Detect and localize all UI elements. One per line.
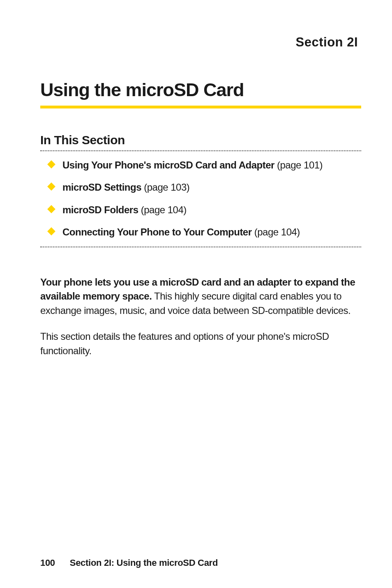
toc-item-page: (page 101) — [274, 159, 323, 171]
diamond-icon — [47, 160, 55, 168]
diamond-icon — [47, 182, 55, 191]
toc-item-title: microSD Settings — [62, 182, 141, 193]
page-footer: 100Section 2I: Using the microSD Card — [40, 558, 218, 568]
toc-item: microSD Folders (page 104) — [48, 203, 361, 217]
footer-text: Section 2I: Using the microSD Card — [70, 558, 218, 568]
section-label: Section 2I — [40, 35, 361, 50]
toc-item-page: (page 104) — [138, 204, 187, 215]
page-number: 100 — [40, 558, 55, 568]
dotted-rule-bottom — [40, 247, 361, 247]
paragraph-rest: This section details the features and op… — [40, 331, 329, 356]
dotted-rule-top — [40, 150, 361, 151]
diamond-icon — [47, 205, 55, 213]
toc-item: Connecting Your Phone to Your Computer (… — [48, 226, 361, 239]
toc-item-page: (page 104) — [252, 226, 300, 238]
toc-item-title: Using Your Phone's microSD Card and Adap… — [62, 159, 274, 171]
toc-list: Using Your Phone's microSD Card and Adap… — [40, 159, 361, 239]
diamond-icon — [47, 227, 55, 235]
body-paragraph: Your phone lets you use a microSD card a… — [40, 275, 361, 318]
toc-item-title: Connecting Your Phone to Your Computer — [62, 226, 252, 238]
toc-item: microSD Settings (page 103) — [48, 181, 361, 194]
body-paragraph: This section details the features and op… — [40, 330, 361, 358]
page-title: Using the microSD Card — [40, 79, 361, 101]
toc-item: Using Your Phone's microSD Card and Adap… — [48, 159, 361, 172]
toc-item-page: (page 103) — [141, 182, 189, 193]
toc-item-title: microSD Folders — [62, 204, 138, 215]
in-this-section-heading: In This Section — [40, 133, 361, 147]
title-underline — [40, 106, 361, 108]
